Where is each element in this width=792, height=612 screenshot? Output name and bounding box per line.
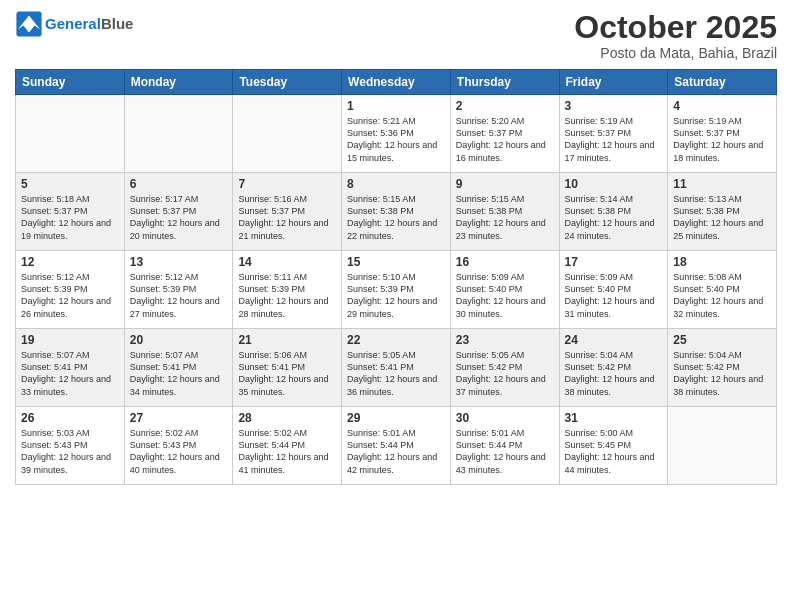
cell-info: Sunrise: 5:12 AM Sunset: 5:39 PM Dayligh… bbox=[21, 271, 119, 320]
day-number: 25 bbox=[673, 333, 771, 347]
table-cell bbox=[668, 407, 777, 485]
table-cell: 19Sunrise: 5:07 AM Sunset: 5:41 PM Dayli… bbox=[16, 329, 125, 407]
cell-info: Sunrise: 5:15 AM Sunset: 5:38 PM Dayligh… bbox=[347, 193, 445, 242]
day-number: 10 bbox=[565, 177, 663, 191]
table-cell bbox=[16, 95, 125, 173]
table-cell: 10Sunrise: 5:14 AM Sunset: 5:38 PM Dayli… bbox=[559, 173, 668, 251]
cell-info: Sunrise: 5:05 AM Sunset: 5:42 PM Dayligh… bbox=[456, 349, 554, 398]
col-sunday: Sunday bbox=[16, 70, 125, 95]
table-cell: 17Sunrise: 5:09 AM Sunset: 5:40 PM Dayli… bbox=[559, 251, 668, 329]
cell-info: Sunrise: 5:18 AM Sunset: 5:37 PM Dayligh… bbox=[21, 193, 119, 242]
table-cell: 5Sunrise: 5:18 AM Sunset: 5:37 PM Daylig… bbox=[16, 173, 125, 251]
table-cell: 12Sunrise: 5:12 AM Sunset: 5:39 PM Dayli… bbox=[16, 251, 125, 329]
day-number: 22 bbox=[347, 333, 445, 347]
cell-info: Sunrise: 5:20 AM Sunset: 5:37 PM Dayligh… bbox=[456, 115, 554, 164]
day-number: 4 bbox=[673, 99, 771, 113]
calendar-week-row: 12Sunrise: 5:12 AM Sunset: 5:39 PM Dayli… bbox=[16, 251, 777, 329]
cell-info: Sunrise: 5:03 AM Sunset: 5:43 PM Dayligh… bbox=[21, 427, 119, 476]
table-cell: 15Sunrise: 5:10 AM Sunset: 5:39 PM Dayli… bbox=[342, 251, 451, 329]
day-number: 31 bbox=[565, 411, 663, 425]
month-title: October 2025 bbox=[574, 10, 777, 45]
day-number: 13 bbox=[130, 255, 228, 269]
day-number: 21 bbox=[238, 333, 336, 347]
col-wednesday: Wednesday bbox=[342, 70, 451, 95]
table-cell: 4Sunrise: 5:19 AM Sunset: 5:37 PM Daylig… bbox=[668, 95, 777, 173]
table-cell: 31Sunrise: 5:00 AM Sunset: 5:45 PM Dayli… bbox=[559, 407, 668, 485]
table-cell: 14Sunrise: 5:11 AM Sunset: 5:39 PM Dayli… bbox=[233, 251, 342, 329]
cell-info: Sunrise: 5:21 AM Sunset: 5:36 PM Dayligh… bbox=[347, 115, 445, 164]
day-number: 7 bbox=[238, 177, 336, 191]
cell-info: Sunrise: 5:12 AM Sunset: 5:39 PM Dayligh… bbox=[130, 271, 228, 320]
col-thursday: Thursday bbox=[450, 70, 559, 95]
day-number: 27 bbox=[130, 411, 228, 425]
cell-info: Sunrise: 5:04 AM Sunset: 5:42 PM Dayligh… bbox=[673, 349, 771, 398]
calendar-week-row: 19Sunrise: 5:07 AM Sunset: 5:41 PM Dayli… bbox=[16, 329, 777, 407]
calendar-table: Sunday Monday Tuesday Wednesday Thursday… bbox=[15, 69, 777, 485]
day-number: 18 bbox=[673, 255, 771, 269]
table-cell: 8Sunrise: 5:15 AM Sunset: 5:38 PM Daylig… bbox=[342, 173, 451, 251]
col-tuesday: Tuesday bbox=[233, 70, 342, 95]
day-number: 19 bbox=[21, 333, 119, 347]
calendar-week-row: 5Sunrise: 5:18 AM Sunset: 5:37 PM Daylig… bbox=[16, 173, 777, 251]
header: GeneralBlue October 2025 Posto da Mata, … bbox=[15, 10, 777, 61]
day-number: 26 bbox=[21, 411, 119, 425]
cell-info: Sunrise: 5:00 AM Sunset: 5:45 PM Dayligh… bbox=[565, 427, 663, 476]
day-number: 30 bbox=[456, 411, 554, 425]
table-cell: 7Sunrise: 5:16 AM Sunset: 5:37 PM Daylig… bbox=[233, 173, 342, 251]
cell-info: Sunrise: 5:08 AM Sunset: 5:40 PM Dayligh… bbox=[673, 271, 771, 320]
table-cell: 26Sunrise: 5:03 AM Sunset: 5:43 PM Dayli… bbox=[16, 407, 125, 485]
table-cell: 25Sunrise: 5:04 AM Sunset: 5:42 PM Dayli… bbox=[668, 329, 777, 407]
cell-info: Sunrise: 5:09 AM Sunset: 5:40 PM Dayligh… bbox=[565, 271, 663, 320]
table-cell: 28Sunrise: 5:02 AM Sunset: 5:44 PM Dayli… bbox=[233, 407, 342, 485]
cell-info: Sunrise: 5:09 AM Sunset: 5:40 PM Dayligh… bbox=[456, 271, 554, 320]
table-cell: 16Sunrise: 5:09 AM Sunset: 5:40 PM Dayli… bbox=[450, 251, 559, 329]
day-number: 24 bbox=[565, 333, 663, 347]
day-number: 11 bbox=[673, 177, 771, 191]
day-number: 5 bbox=[21, 177, 119, 191]
cell-info: Sunrise: 5:13 AM Sunset: 5:38 PM Dayligh… bbox=[673, 193, 771, 242]
day-number: 29 bbox=[347, 411, 445, 425]
table-cell: 18Sunrise: 5:08 AM Sunset: 5:40 PM Dayli… bbox=[668, 251, 777, 329]
table-cell: 2Sunrise: 5:20 AM Sunset: 5:37 PM Daylig… bbox=[450, 95, 559, 173]
table-cell: 9Sunrise: 5:15 AM Sunset: 5:38 PM Daylig… bbox=[450, 173, 559, 251]
cell-info: Sunrise: 5:16 AM Sunset: 5:37 PM Dayligh… bbox=[238, 193, 336, 242]
cell-info: Sunrise: 5:19 AM Sunset: 5:37 PM Dayligh… bbox=[565, 115, 663, 164]
table-cell: 30Sunrise: 5:01 AM Sunset: 5:44 PM Dayli… bbox=[450, 407, 559, 485]
page: GeneralBlue October 2025 Posto da Mata, … bbox=[0, 0, 792, 612]
table-cell: 23Sunrise: 5:05 AM Sunset: 5:42 PM Dayli… bbox=[450, 329, 559, 407]
table-cell: 29Sunrise: 5:01 AM Sunset: 5:44 PM Dayli… bbox=[342, 407, 451, 485]
day-number: 12 bbox=[21, 255, 119, 269]
day-number: 28 bbox=[238, 411, 336, 425]
table-cell bbox=[124, 95, 233, 173]
calendar-week-row: 1Sunrise: 5:21 AM Sunset: 5:36 PM Daylig… bbox=[16, 95, 777, 173]
day-number: 6 bbox=[130, 177, 228, 191]
cell-info: Sunrise: 5:01 AM Sunset: 5:44 PM Dayligh… bbox=[456, 427, 554, 476]
cell-info: Sunrise: 5:05 AM Sunset: 5:41 PM Dayligh… bbox=[347, 349, 445, 398]
day-number: 2 bbox=[456, 99, 554, 113]
table-cell: 13Sunrise: 5:12 AM Sunset: 5:39 PM Dayli… bbox=[124, 251, 233, 329]
day-number: 3 bbox=[565, 99, 663, 113]
table-cell: 1Sunrise: 5:21 AM Sunset: 5:36 PM Daylig… bbox=[342, 95, 451, 173]
logo-icon bbox=[15, 10, 43, 38]
location: Posto da Mata, Bahia, Brazil bbox=[574, 45, 777, 61]
day-number: 20 bbox=[130, 333, 228, 347]
day-number: 15 bbox=[347, 255, 445, 269]
cell-info: Sunrise: 5:01 AM Sunset: 5:44 PM Dayligh… bbox=[347, 427, 445, 476]
day-number: 8 bbox=[347, 177, 445, 191]
table-cell: 24Sunrise: 5:04 AM Sunset: 5:42 PM Dayli… bbox=[559, 329, 668, 407]
table-cell: 21Sunrise: 5:06 AM Sunset: 5:41 PM Dayli… bbox=[233, 329, 342, 407]
day-number: 1 bbox=[347, 99, 445, 113]
cell-info: Sunrise: 5:14 AM Sunset: 5:38 PM Dayligh… bbox=[565, 193, 663, 242]
table-cell bbox=[233, 95, 342, 173]
cell-info: Sunrise: 5:15 AM Sunset: 5:38 PM Dayligh… bbox=[456, 193, 554, 242]
col-monday: Monday bbox=[124, 70, 233, 95]
logo-line1: GeneralBlue bbox=[45, 16, 133, 33]
table-cell: 6Sunrise: 5:17 AM Sunset: 5:37 PM Daylig… bbox=[124, 173, 233, 251]
cell-info: Sunrise: 5:07 AM Sunset: 5:41 PM Dayligh… bbox=[130, 349, 228, 398]
table-cell: 27Sunrise: 5:02 AM Sunset: 5:43 PM Dayli… bbox=[124, 407, 233, 485]
day-number: 14 bbox=[238, 255, 336, 269]
cell-info: Sunrise: 5:04 AM Sunset: 5:42 PM Dayligh… bbox=[565, 349, 663, 398]
table-cell: 3Sunrise: 5:19 AM Sunset: 5:37 PM Daylig… bbox=[559, 95, 668, 173]
calendar-header-row: Sunday Monday Tuesday Wednesday Thursday… bbox=[16, 70, 777, 95]
cell-info: Sunrise: 5:02 AM Sunset: 5:43 PM Dayligh… bbox=[130, 427, 228, 476]
